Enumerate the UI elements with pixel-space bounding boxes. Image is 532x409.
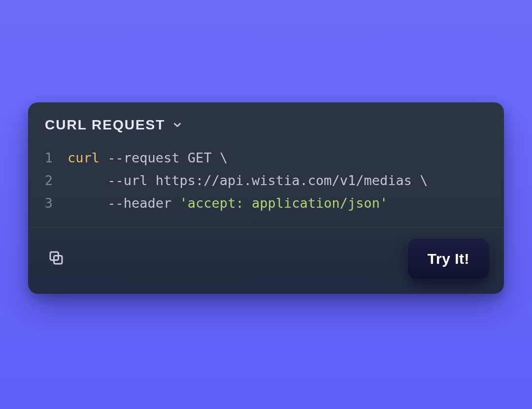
code-token	[100, 150, 107, 165]
code-token: --request	[107, 150, 179, 165]
code-line: 2 --url https://api.wistia.com/v1/medias…	[42, 169, 490, 192]
code-line: 1curl --request GET \	[42, 147, 490, 169]
code-line: 3 --header 'accept: application/json'	[42, 192, 490, 215]
code-block[interactable]: 1curl --request GET \2 --url https://api…	[28, 142, 504, 228]
code-token	[171, 195, 179, 211]
code-content: --url https://api.wistia.com/v1/medias \	[67, 169, 490, 192]
line-number: 1	[42, 147, 67, 169]
code-content: curl --request GET \	[67, 147, 490, 169]
code-token: 'accept: application/json'	[180, 195, 388, 211]
code-token: https://api.wistia.com/v1/medias	[148, 173, 420, 188]
copy-icon	[47, 249, 65, 269]
line-number: 3	[42, 192, 67, 215]
code-token: curl	[67, 150, 100, 165]
code-token: --header	[107, 195, 171, 211]
code-token: --url	[107, 173, 147, 188]
code-content: --header 'accept: application/json'	[67, 192, 490, 215]
code-token: GET	[180, 150, 220, 165]
language-selector[interactable]: CURL REQUEST	[28, 102, 504, 142]
try-it-button[interactable]: Try It!	[408, 239, 489, 279]
code-token	[67, 173, 107, 188]
line-number: 2	[42, 169, 67, 192]
code-token: \	[420, 173, 428, 188]
panel-title: CURL REQUEST	[45, 117, 165, 133]
code-request-panel: CURL REQUEST 1curl --request GET \2 --ur…	[28, 102, 504, 294]
chevron-down-icon	[172, 120, 183, 130]
copy-button[interactable]	[45, 248, 67, 270]
code-token: \	[220, 150, 228, 165]
code-token	[67, 195, 107, 211]
panel-footer: Try It!	[28, 228, 504, 294]
